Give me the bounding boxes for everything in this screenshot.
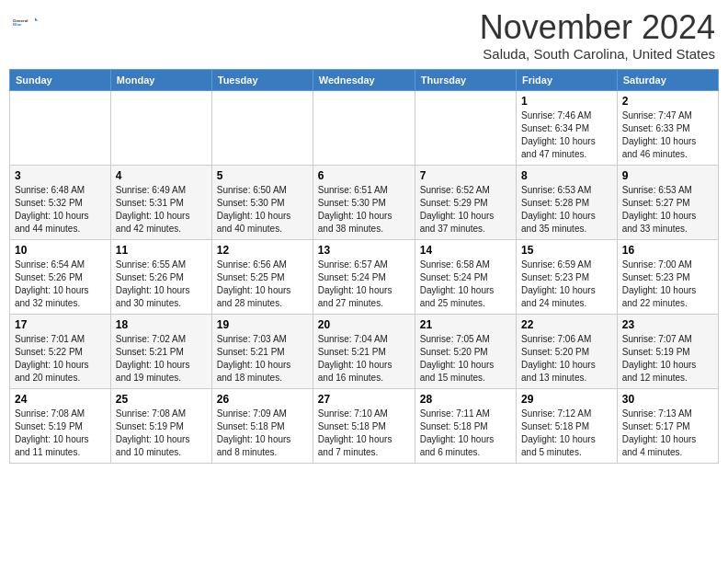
day-number: 11 — [116, 244, 207, 257]
day-info: Sunrise: 6:53 AM Sunset: 5:28 PM Dayligh… — [521, 184, 612, 236]
calendar-week-row: 3Sunrise: 6:48 AM Sunset: 5:32 PM Daylig… — [10, 165, 719, 239]
calendar-cell: 15Sunrise: 6:59 AM Sunset: 5:23 PM Dayli… — [517, 239, 618, 314]
calendar-cell: 4Sunrise: 6:49 AM Sunset: 5:31 PM Daylig… — [110, 165, 211, 239]
day-info: Sunrise: 6:50 AM Sunset: 5:30 PM Dayligh… — [217, 184, 308, 236]
day-number: 4 — [116, 169, 207, 182]
title-block: November 2024 Saluda, South Carolina, Un… — [480, 9, 715, 62]
day-info: Sunrise: 6:55 AM Sunset: 5:26 PM Dayligh… — [116, 259, 207, 310]
day-info: Sunrise: 7:06 AM Sunset: 5:20 PM Dayligh… — [521, 333, 612, 385]
calendar-cell: 11Sunrise: 6:55 AM Sunset: 5:26 PM Dayli… — [110, 239, 211, 314]
day-number: 17 — [15, 318, 106, 331]
weekday-header: Sunday — [10, 69, 111, 90]
day-info: Sunrise: 7:11 AM Sunset: 5:18 PM Dayligh… — [420, 408, 511, 459]
calendar-week-row: 24Sunrise: 7:08 AM Sunset: 5:19 PM Dayli… — [10, 388, 719, 463]
day-number: 13 — [318, 244, 410, 257]
day-number: 1 — [521, 95, 612, 108]
day-info: Sunrise: 7:04 AM Sunset: 5:21 PM Dayligh… — [318, 333, 410, 385]
weekday-header: Wednesday — [313, 69, 415, 90]
day-info: Sunrise: 7:07 AM Sunset: 5:19 PM Dayligh… — [622, 333, 713, 385]
calendar-week-row: 1Sunrise: 7:46 AM Sunset: 6:34 PM Daylig… — [10, 90, 719, 165]
day-info: Sunrise: 7:01 AM Sunset: 5:22 PM Dayligh… — [15, 333, 106, 385]
day-number: 19 — [217, 318, 308, 331]
calendar-cell: 18Sunrise: 7:02 AM Sunset: 5:21 PM Dayli… — [110, 314, 211, 388]
calendar-cell: 29Sunrise: 7:12 AM Sunset: 5:18 PM Dayli… — [517, 388, 618, 463]
calendar-cell: 10Sunrise: 6:54 AM Sunset: 5:26 PM Dayli… — [10, 239, 111, 314]
day-number: 18 — [116, 318, 207, 331]
calendar-cell: 17Sunrise: 7:01 AM Sunset: 5:22 PM Dayli… — [10, 314, 111, 388]
day-info: Sunrise: 6:48 AM Sunset: 5:32 PM Dayligh… — [15, 184, 106, 236]
calendar-cell: 1Sunrise: 7:46 AM Sunset: 6:34 PM Daylig… — [517, 90, 618, 165]
calendar-cell: 5Sunrise: 6:50 AM Sunset: 5:30 PM Daylig… — [211, 165, 313, 239]
day-info: Sunrise: 7:08 AM Sunset: 5:19 PM Dayligh… — [116, 408, 207, 459]
calendar-cell: 8Sunrise: 6:53 AM Sunset: 5:28 PM Daylig… — [517, 165, 618, 239]
day-number: 20 — [318, 318, 410, 331]
calendar-cell: 16Sunrise: 7:00 AM Sunset: 5:23 PM Dayli… — [617, 239, 718, 314]
calendar-cell: 19Sunrise: 7:03 AM Sunset: 5:21 PM Dayli… — [211, 314, 313, 388]
location-title: Saluda, South Carolina, United States — [480, 46, 715, 62]
day-info: Sunrise: 6:49 AM Sunset: 5:31 PM Dayligh… — [116, 184, 207, 236]
calendar-cell: 25Sunrise: 7:08 AM Sunset: 5:19 PM Dayli… — [110, 388, 211, 463]
calendar-cell: 27Sunrise: 7:10 AM Sunset: 5:18 PM Dayli… — [313, 388, 415, 463]
day-number: 16 — [622, 244, 713, 257]
calendar-cell: 21Sunrise: 7:05 AM Sunset: 5:20 PM Dayli… — [415, 314, 516, 388]
calendar-cell: 28Sunrise: 7:11 AM Sunset: 5:18 PM Dayli… — [415, 388, 516, 463]
calendar-cell: 12Sunrise: 6:56 AM Sunset: 5:25 PM Dayli… — [211, 239, 313, 314]
day-number: 21 — [420, 318, 511, 331]
day-info: Sunrise: 7:47 AM Sunset: 6:33 PM Dayligh… — [622, 109, 713, 161]
day-info: Sunrise: 6:57 AM Sunset: 5:24 PM Dayligh… — [318, 259, 410, 310]
calendar-table: SundayMondayTuesdayWednesdayThursdayFrid… — [9, 69, 719, 464]
day-number: 8 — [521, 169, 612, 182]
day-number: 3 — [15, 169, 106, 182]
day-info: Sunrise: 7:13 AM Sunset: 5:17 PM Dayligh… — [622, 408, 713, 459]
day-number: 29 — [521, 393, 612, 406]
day-info: Sunrise: 6:58 AM Sunset: 5:24 PM Dayligh… — [420, 259, 511, 310]
calendar-cell: 2Sunrise: 7:47 AM Sunset: 6:33 PM Daylig… — [617, 90, 718, 165]
weekday-header: Saturday — [617, 69, 718, 90]
calendar-week-row: 17Sunrise: 7:01 AM Sunset: 5:22 PM Dayli… — [10, 314, 719, 388]
weekday-header-row: SundayMondayTuesdayWednesdayThursdayFrid… — [10, 69, 719, 90]
day-number: 27 — [318, 393, 410, 406]
day-number: 24 — [15, 393, 106, 406]
calendar-cell: 9Sunrise: 6:53 AM Sunset: 5:27 PM Daylig… — [617, 165, 718, 239]
day-number: 5 — [217, 169, 308, 182]
calendar-cell: 3Sunrise: 6:48 AM Sunset: 5:32 PM Daylig… — [10, 165, 111, 239]
calendar-cell — [110, 90, 211, 165]
day-info: Sunrise: 7:03 AM Sunset: 5:21 PM Dayligh… — [217, 333, 308, 385]
calendar-header: SundayMondayTuesdayWednesdayThursdayFrid… — [10, 69, 719, 90]
day-info: Sunrise: 6:56 AM Sunset: 5:25 PM Dayligh… — [217, 259, 308, 310]
day-number: 28 — [420, 393, 511, 406]
day-number: 2 — [622, 95, 713, 108]
day-number: 6 — [318, 169, 410, 182]
day-number: 26 — [217, 393, 308, 406]
calendar-cell: 6Sunrise: 6:51 AM Sunset: 5:30 PM Daylig… — [313, 165, 415, 239]
calendar-cell — [211, 90, 313, 165]
day-info: Sunrise: 7:10 AM Sunset: 5:18 PM Dayligh… — [318, 408, 410, 459]
weekday-header: Tuesday — [211, 69, 313, 90]
calendar-cell — [10, 90, 111, 165]
day-info: Sunrise: 7:46 AM Sunset: 6:34 PM Dayligh… — [521, 109, 612, 161]
logo-icon: General Blue — [13, 9, 39, 35]
month-title: November 2024 — [480, 9, 715, 46]
day-number: 12 — [217, 244, 308, 257]
day-number: 25 — [116, 393, 207, 406]
day-info: Sunrise: 6:51 AM Sunset: 5:30 PM Dayligh… — [318, 184, 410, 236]
day-number: 9 — [622, 169, 713, 182]
calendar-cell — [415, 90, 516, 165]
day-number: 23 — [622, 318, 713, 331]
svg-text:Blue: Blue — [13, 22, 22, 27]
day-number: 14 — [420, 244, 511, 257]
page-header: General Blue November 2024 Saluda, South… — [9, 9, 719, 62]
day-number: 22 — [521, 318, 612, 331]
day-info: Sunrise: 7:08 AM Sunset: 5:19 PM Dayligh… — [15, 408, 106, 459]
day-info: Sunrise: 6:59 AM Sunset: 5:23 PM Dayligh… — [521, 259, 612, 310]
day-info: Sunrise: 7:02 AM Sunset: 5:21 PM Dayligh… — [116, 333, 207, 385]
day-number: 30 — [622, 393, 713, 406]
calendar-cell: 24Sunrise: 7:08 AM Sunset: 5:19 PM Dayli… — [10, 388, 111, 463]
calendar-cell — [313, 90, 415, 165]
calendar-cell: 14Sunrise: 6:58 AM Sunset: 5:24 PM Dayli… — [415, 239, 516, 314]
weekday-header: Monday — [110, 69, 211, 90]
svg-text:General: General — [13, 18, 28, 23]
calendar-cell: 13Sunrise: 6:57 AM Sunset: 5:24 PM Dayli… — [313, 239, 415, 314]
day-info: Sunrise: 6:52 AM Sunset: 5:29 PM Dayligh… — [420, 184, 511, 236]
calendar-cell: 30Sunrise: 7:13 AM Sunset: 5:17 PM Dayli… — [617, 388, 718, 463]
